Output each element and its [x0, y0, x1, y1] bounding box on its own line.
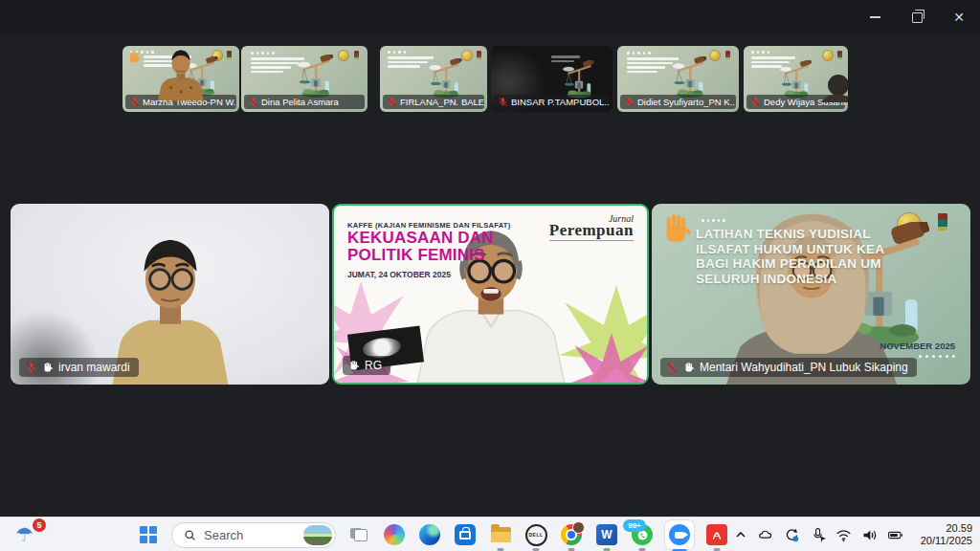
seal-logo [354, 51, 359, 59]
chrome-button[interactable] [559, 522, 584, 547]
chrome-profile-avatar [572, 521, 585, 534]
task-view-button[interactable] [346, 522, 371, 547]
edge-icon [419, 524, 440, 545]
raised-hand-icon [127, 50, 142, 64]
restore-button[interactable] [896, 0, 938, 34]
zoom-icon [669, 524, 690, 545]
participant-thumbnail[interactable]: Dina Pelita Asmara [241, 46, 368, 112]
banner-title-line1: KEKUASAAN DAN [347, 230, 511, 247]
participant-thumbnail[interactable]: Dedy Wijaya Susanto [744, 46, 848, 112]
dell-icon: DELL [525, 524, 547, 546]
jurnal-perempuan-logo: Jurnal Perempuan [549, 214, 634, 241]
copilot-button[interactable] [382, 522, 407, 547]
edge-button[interactable] [417, 522, 442, 547]
participant-thumbnail[interactable]: Didiet Syufiyarto_PN K... [617, 46, 739, 112]
close-button[interactable]: ✕ [938, 0, 980, 34]
file-explorer-button[interactable] [488, 522, 513, 547]
start-button[interactable] [136, 522, 161, 547]
task-view-icon [350, 528, 368, 541]
participant-thumbnail[interactable]: FIRLANA_PN. BALE BA... [380, 46, 487, 112]
taskbar: ☂ 5 Search [0, 517, 980, 551]
folder-icon [491, 527, 511, 542]
participant-name-label: Mentari Wahyudihati_PN Lubuk Sikaping [660, 358, 917, 377]
video-tile-irvan[interactable]: irvan mawardi [11, 204, 329, 385]
raised-hand-icon [348, 360, 360, 371]
umbrella-badge: 5 [33, 518, 46, 532]
taskbar-clock[interactable]: 20.59 20/11/2025 [921, 522, 972, 547]
participant-name: Didiet Syufiyarto_PN K... [637, 97, 736, 107]
word-icon: W [596, 524, 617, 545]
umbrella-icon: ☂ [15, 523, 33, 545]
whatsapp-icon: 99+ [632, 524, 653, 545]
tray-chevron-up-icon[interactable] [732, 527, 748, 543]
raised-hand-icon [42, 362, 54, 373]
gavel-illustration [285, 55, 346, 100]
onedrive-cloud-icon[interactable] [758, 527, 774, 543]
copilot-icon [384, 524, 405, 545]
participant-name-label: RG [343, 356, 390, 375]
mic-muted-icon [248, 97, 258, 107]
search-highlight-image[interactable] [303, 525, 332, 545]
mic-muted-icon [129, 97, 140, 107]
participant-name-label: irvan mawardi [19, 358, 139, 377]
participant-name-label: Dina Pelita Asmara [244, 95, 365, 109]
participant-name: irvan mawardi [58, 361, 130, 374]
raised-hand-icon [683, 362, 695, 373]
wifi-icon[interactable] [835, 527, 852, 543]
search-icon [184, 529, 196, 541]
acrobat-icon [706, 524, 727, 545]
microphone-location-icon[interactable] [810, 527, 826, 543]
participant-name-label: BINSAR P.TAMPUBOL... [494, 95, 610, 109]
minimize-icon [870, 16, 880, 18]
word-button[interactable]: W [594, 522, 619, 547]
acrobat-button[interactable] [704, 522, 729, 547]
participant-name: RG [365, 359, 382, 372]
banner-footer: NOVEMBER 2025 [880, 341, 955, 358]
minimize-button[interactable] [854, 0, 896, 34]
whatsapp-badge: 99+ [623, 519, 646, 532]
mic-muted-icon [666, 362, 679, 374]
participant-thumbnail[interactable]: Marzha Tweedo-PN W.. [122, 46, 239, 112]
volume-icon[interactable] [861, 527, 878, 543]
chrome-icon [561, 524, 582, 545]
training-banner-text: LATIHAN TEKNIS YUDISIAL ILSAFAT HUKUM UN… [696, 227, 884, 286]
banner-date: JUMAT, 24 OKTOBER 2025 [347, 270, 511, 279]
whatsapp-button[interactable]: 99+ [630, 522, 655, 547]
clock-time: 20.59 [921, 522, 972, 535]
participant-thumbnail[interactable]: BINSAR P.TAMPUBOL... [491, 46, 612, 112]
umbrella-app-icon[interactable]: ☂ 5 [15, 521, 44, 550]
banner-title-line2: POLITIK FEMINIS [347, 247, 511, 264]
zoom-meeting-window: ✕ Marzha Tweedo-PN W.. Di [0, 0, 980, 551]
seal-logo [837, 51, 842, 59]
mic-muted-icon [25, 362, 37, 374]
close-icon: ✕ [953, 11, 965, 24]
clock-date: 20/11/2025 [921, 535, 972, 547]
participant-name: BINSAR P.TAMPUBOL... [511, 97, 610, 107]
sync-update-icon[interactable] [784, 527, 800, 543]
battery-icon[interactable] [887, 527, 903, 543]
start-icon [140, 526, 157, 543]
mic-muted-icon [750, 97, 761, 107]
search-box[interactable]: Search [171, 522, 336, 548]
coin-logo [823, 51, 833, 60]
participant-video-person [819, 74, 848, 102]
participant-name: Mentari Wahyudihati_PN Lubuk Sikaping [700, 361, 908, 374]
seal-logo [477, 51, 481, 59]
video-tile-mentari[interactable]: LATIHAN TEKNIS YUDISIAL ILSAFAT HUKUM UN… [652, 204, 970, 385]
raised-hand-indicator [659, 211, 694, 246]
title-bar: ✕ [0, 0, 980, 34]
participant-name: Dina Pelita Asmara [261, 97, 339, 107]
participant-name-label: Didiet Syufiyarto_PN K... [620, 95, 736, 109]
mic-muted-icon [498, 97, 508, 107]
video-tile-rg-active-speaker[interactable]: KAFFE (KAJIAN FEMINISME DAN FILSAFAT) KE… [332, 204, 649, 385]
store-button[interactable] [453, 522, 478, 547]
search-placeholder: Search [204, 528, 296, 542]
participant-video-person [152, 46, 210, 100]
participant-name: FIRLANA_PN. BALE BA... [400, 97, 484, 107]
mic-muted-icon [387, 97, 397, 107]
restore-icon [912, 12, 923, 23]
mic-muted-icon [624, 97, 635, 107]
participant-name-label: FIRLANA_PN. BALE BA... [383, 95, 484, 109]
zoom-button-active[interactable] [665, 520, 694, 549]
dell-update-button[interactable]: DELL [523, 522, 548, 547]
